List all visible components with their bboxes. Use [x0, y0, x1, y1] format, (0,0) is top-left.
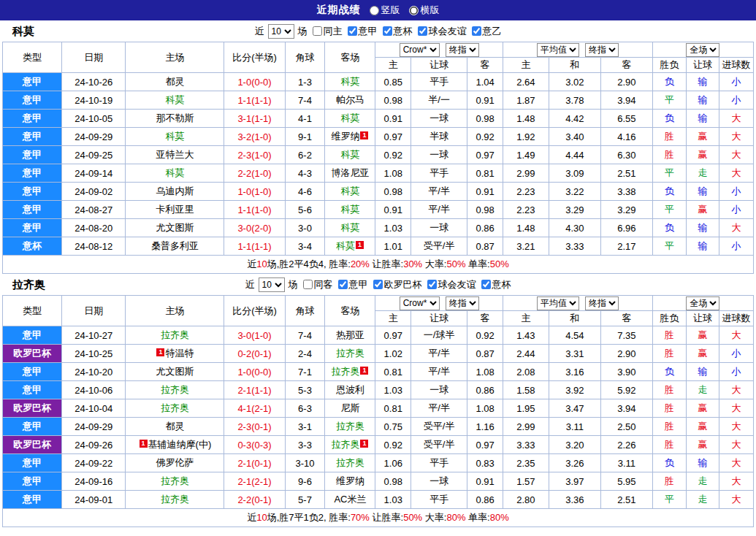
bookmaker-final-index-select[interactable]: 终指: [446, 43, 479, 57]
home-team-cell[interactable]: 都灵: [126, 73, 224, 91]
match-count-select[interactable]: 10: [259, 277, 285, 292]
league-type-cell[interactable]: 意甲: [3, 128, 62, 146]
home-team-cell[interactable]: 那不勒斯: [126, 110, 224, 128]
same-venue-filter[interactable]: 同主: [310, 25, 343, 38]
league-filter-3-checkbox[interactable]: [472, 26, 481, 36]
away-team-cell[interactable]: 拉齐奥: [325, 345, 375, 363]
score-cell[interactable]: 1-1(1-1): [224, 91, 285, 110]
away-team-cell[interactable]: 帕尔马: [325, 91, 375, 110]
away-team-cell[interactable]: 博洛尼亚: [325, 164, 375, 183]
home-team-cell[interactable]: 拉齐奥: [126, 399, 224, 418]
score-cell[interactable]: 0-3(0-3): [224, 436, 285, 454]
away-team-cell[interactable]: AC米兰: [325, 491, 375, 509]
average-final-index-select[interactable]: 终指: [585, 43, 619, 57]
league-type-cell[interactable]: 意甲: [3, 363, 62, 381]
score-cell[interactable]: 3-0(1-0): [224, 326, 285, 345]
score-cell[interactable]: 2-2(0-1): [224, 491, 285, 509]
league-type-cell[interactable]: 意甲: [3, 418, 62, 436]
score-cell[interactable]: 1-1(1-1): [224, 237, 285, 256]
score-cell[interactable]: 2-2(1-0): [224, 164, 285, 183]
score-cell[interactable]: 1-0(1-0): [224, 183, 285, 201]
home-team-cell[interactable]: 都灵: [126, 418, 224, 436]
league-type-cell[interactable]: 意甲: [3, 110, 62, 128]
away-team-cell[interactable]: 尼斯: [325, 399, 375, 418]
match-count-select[interactable]: 10: [268, 24, 294, 39]
home-team-cell[interactable]: 1特温特: [126, 345, 224, 363]
league-type-cell[interactable]: 欧罗巴杯: [3, 436, 62, 454]
league-filter-2-checkbox[interactable]: [418, 26, 427, 36]
league-filter-1-checkbox[interactable]: [383, 26, 392, 36]
league-type-cell[interactable]: 意杯: [3, 237, 62, 256]
league-filter-3[interactable]: 意杯: [478, 278, 511, 291]
same-venue-filter-checkbox[interactable]: [303, 280, 313, 289]
score-cell[interactable]: 1-0(0-0): [224, 73, 285, 91]
bookmaker-select[interactable]: Crow*: [400, 43, 440, 57]
home-team-cell[interactable]: 科莫: [126, 164, 224, 183]
league-type-cell[interactable]: 欧罗巴杯: [3, 399, 62, 418]
league-filter-3[interactable]: 意乙: [469, 25, 502, 38]
home-team-cell[interactable]: 卡利亚里: [126, 201, 224, 219]
away-team-cell[interactable]: 恩波利: [325, 381, 375, 399]
league-type-cell[interactable]: 意甲: [3, 183, 62, 201]
score-cell[interactable]: 0-2(0-1): [224, 345, 285, 363]
home-team-cell[interactable]: 乌迪内斯: [126, 183, 224, 201]
home-team-cell[interactable]: 1基辅迪纳摩(中): [126, 436, 224, 454]
away-team-cell[interactable]: 拉齐奥1: [325, 363, 375, 381]
score-cell[interactable]: 1-0(0-0): [224, 363, 285, 381]
league-type-cell[interactable]: 意甲: [3, 73, 62, 91]
league-type-cell[interactable]: 意甲: [3, 146, 62, 164]
league-type-cell[interactable]: 欧罗巴杯: [3, 345, 62, 363]
home-team-cell[interactable]: 拉齐奥: [126, 491, 224, 509]
home-team-cell[interactable]: 科莫: [126, 91, 224, 110]
home-team-cell[interactable]: 亚特兰大: [126, 146, 224, 164]
league-type-cell[interactable]: 意甲: [3, 201, 62, 219]
home-team-cell[interactable]: 拉齐奥: [126, 326, 224, 345]
home-team-cell[interactable]: 桑普多利亚: [126, 237, 224, 256]
bookmaker-final-index-select[interactable]: 终指: [446, 296, 479, 310]
league-filter-0[interactable]: 意甲: [335, 278, 368, 291]
layout-option-vertical[interactable]: 竖版: [370, 4, 400, 17]
scope-select[interactable]: 全场: [686, 43, 719, 57]
layout-option-horizontal[interactable]: 横版: [409, 4, 440, 17]
home-team-cell[interactable]: 尤文图斯: [126, 363, 224, 381]
average-final-index-select[interactable]: 终指: [585, 296, 619, 310]
league-filter-0-checkbox[interactable]: [338, 280, 348, 289]
away-team-cell[interactable]: 科莫: [325, 219, 375, 237]
league-filter-1-checkbox[interactable]: [373, 280, 383, 289]
score-cell[interactable]: 2-1(2-1): [224, 472, 285, 491]
score-cell[interactable]: 3-0(2-0): [224, 219, 285, 237]
league-type-cell[interactable]: 意甲: [3, 454, 62, 472]
home-team-cell[interactable]: 拉齐奥: [126, 381, 224, 399]
horizontal-radio[interactable]: [409, 6, 419, 15]
home-team-cell[interactable]: 拉齐奥: [126, 472, 224, 491]
away-team-cell[interactable]: 维罗纳: [325, 472, 375, 491]
same-venue-filter-checkbox[interactable]: [313, 26, 322, 36]
away-team-cell[interactable]: 科莫: [325, 146, 375, 164]
away-team-cell[interactable]: 热那亚: [325, 326, 375, 345]
away-team-cell[interactable]: 科莫: [325, 201, 375, 219]
home-team-cell[interactable]: 科莫: [126, 128, 224, 146]
score-cell[interactable]: 2-3(0-1): [224, 418, 285, 436]
home-team-cell[interactable]: 佛罗伦萨: [126, 454, 224, 472]
away-team-cell[interactable]: 科莫: [325, 110, 375, 128]
same-venue-filter[interactable]: 同客: [300, 278, 333, 291]
league-type-cell[interactable]: 意甲: [3, 381, 62, 399]
away-team-cell[interactable]: 科莫: [325, 183, 375, 201]
league-filter-2[interactable]: 球会友谊: [424, 278, 476, 291]
league-type-cell[interactable]: 意甲: [3, 219, 62, 237]
average-select[interactable]: 平均值: [537, 296, 579, 310]
score-cell[interactable]: 4-1(2-1): [224, 399, 285, 418]
home-team-cell[interactable]: 尤文图斯: [126, 219, 224, 237]
score-cell[interactable]: 3-2(1-0): [224, 128, 285, 146]
league-type-cell[interactable]: 意甲: [3, 91, 62, 110]
away-team-cell[interactable]: 拉齐奥1: [325, 436, 375, 454]
score-cell[interactable]: 1-1(1-0): [224, 201, 285, 219]
league-filter-1[interactable]: 欧罗巴杯: [370, 278, 422, 291]
score-cell[interactable]: 3-1(1-1): [224, 110, 285, 128]
away-team-cell[interactable]: 维罗纳1: [325, 128, 375, 146]
away-team-cell[interactable]: 科莫: [325, 73, 375, 91]
league-filter-2[interactable]: 球会友谊: [415, 25, 467, 38]
league-type-cell[interactable]: 意甲: [3, 164, 62, 183]
score-cell[interactable]: 2-3(1-0): [224, 146, 285, 164]
league-filter-3-checkbox[interactable]: [481, 280, 491, 289]
